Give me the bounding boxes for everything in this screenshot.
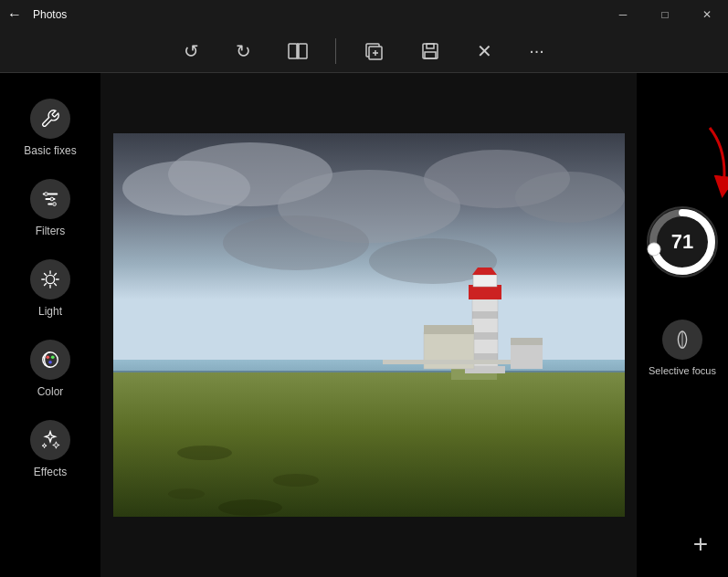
arrow-indicator xyxy=(682,119,728,201)
svg-point-61 xyxy=(648,243,660,256)
minimize-button[interactable]: ─ xyxy=(602,0,644,29)
svg-point-28 xyxy=(48,361,52,364)
svg-point-35 xyxy=(223,215,369,270)
svg-rect-53 xyxy=(424,325,474,334)
svg-rect-48 xyxy=(469,285,501,299)
color-icon xyxy=(30,340,70,380)
back-button[interactable]: ← xyxy=(7,6,22,23)
dial-value: 71 xyxy=(671,230,693,254)
svg-point-41 xyxy=(218,499,282,516)
svg-line-23 xyxy=(45,284,47,286)
sidebar-item-color[interactable]: Color xyxy=(9,332,91,405)
svg-point-42 xyxy=(168,488,205,499)
save-copy-button[interactable] xyxy=(354,36,393,67)
svg-rect-55 xyxy=(511,343,543,369)
photo-svg xyxy=(113,133,625,517)
sidebar-item-light[interactable]: Light xyxy=(9,252,91,325)
title-bar: ← Photos ─ □ ✕ xyxy=(0,0,728,29)
sidebar: Basic fixes Filters xyxy=(0,73,100,577)
sidebar-item-effects[interactable]: Effects xyxy=(9,413,91,486)
svg-point-13 xyxy=(45,193,48,196)
add-button[interactable]: + xyxy=(682,526,719,562)
svg-line-24 xyxy=(55,274,57,276)
svg-rect-0 xyxy=(289,44,297,58)
app-title: Photos xyxy=(33,8,67,21)
window-controls: ─ □ ✕ xyxy=(602,0,728,29)
basic-fixes-label: Basic fixes xyxy=(24,144,76,157)
canvas-area xyxy=(100,73,637,577)
sidebar-item-filters[interactable]: Filters xyxy=(9,172,91,245)
basic-fixes-icon xyxy=(30,99,70,139)
cancel-button[interactable]: ✕ xyxy=(468,35,501,68)
svg-point-14 xyxy=(50,197,54,201)
right-panel: 71 Selective focus + xyxy=(637,73,728,577)
more-button[interactable]: ··· xyxy=(520,35,554,67)
filters-icon xyxy=(30,179,70,219)
svg-rect-1 xyxy=(299,44,307,58)
close-button[interactable]: ✕ xyxy=(686,0,728,29)
svg-point-15 xyxy=(53,203,57,206)
svg-rect-47 xyxy=(472,353,498,361)
svg-rect-12 xyxy=(47,204,53,205)
filters-label: Filters xyxy=(36,225,66,237)
svg-rect-8 xyxy=(427,44,434,48)
svg-line-22 xyxy=(55,284,57,286)
toolbar: ↺ ↻ ✕ ··· xyxy=(0,29,728,73)
selective-focus-label: Selective focus xyxy=(649,365,716,376)
svg-rect-45 xyxy=(472,311,498,319)
svg-rect-49 xyxy=(473,275,497,287)
svg-point-39 xyxy=(177,446,232,460)
effects-icon xyxy=(30,420,70,460)
dial-container[interactable]: 71 xyxy=(641,201,723,283)
svg-rect-46 xyxy=(472,332,498,340)
svg-point-26 xyxy=(46,355,49,359)
undo-button[interactable]: ↺ xyxy=(174,35,208,68)
selective-focus-button[interactable]: Selective focus xyxy=(649,320,716,376)
main-content: Basic fixes Filters xyxy=(0,73,728,577)
sidebar-item-basic-fixes[interactable]: Basic fixes xyxy=(9,91,91,164)
light-icon xyxy=(30,259,70,299)
effects-label: Effects xyxy=(34,466,67,478)
compare-button[interactable] xyxy=(279,36,317,67)
svg-rect-54 xyxy=(383,360,520,364)
svg-rect-9 xyxy=(425,52,436,58)
svg-point-34 xyxy=(515,172,625,223)
photo-container xyxy=(113,133,625,517)
maximize-button[interactable]: □ xyxy=(644,0,686,29)
svg-rect-56 xyxy=(511,338,543,345)
color-label: Color xyxy=(37,385,64,398)
toolbar-divider xyxy=(335,38,336,64)
svg-line-21 xyxy=(45,274,47,276)
svg-point-27 xyxy=(51,355,55,359)
light-label: Light xyxy=(38,305,62,318)
save-button[interactable] xyxy=(411,36,449,67)
selective-focus-icon xyxy=(662,320,702,360)
svg-point-16 xyxy=(46,275,54,283)
svg-point-40 xyxy=(273,474,319,487)
redo-button[interactable]: ↻ xyxy=(227,35,260,68)
